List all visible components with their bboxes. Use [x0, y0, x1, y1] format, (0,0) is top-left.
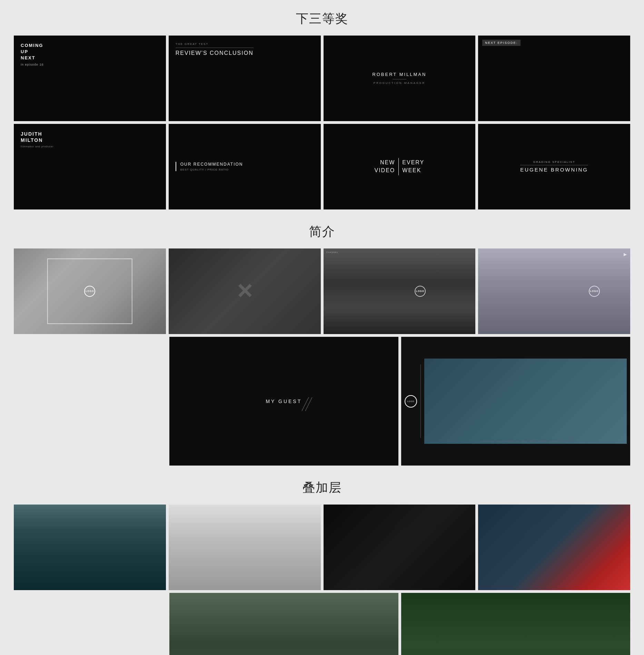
cliffs-card — [14, 505, 166, 590]
logo-circle: LOGO — [405, 395, 417, 408]
landscape2-logo: LOGO — [589, 286, 600, 297]
snow-card — [169, 505, 321, 590]
logo-circle-text: LOGO — [407, 400, 414, 402]
person-name: ROBERT MILLMAN — [372, 72, 426, 77]
intro-row2: MY GUEST LOGO SUBSCRIBE TO OUR CHANNEL A… — [169, 337, 630, 466]
myguest-card: MY GUEST — [169, 337, 398, 466]
turbines-card: LOGO — [14, 248, 166, 334]
logo-img-divider — [420, 364, 421, 438]
next-episode-card: NEXT EPISODE: — [478, 36, 630, 121]
lower-thirds-grid: COMINGUPNEXT in episode 16 THE GREAT TES… — [14, 36, 630, 209]
person-title: PRODUCTION MANAGER — [374, 81, 425, 85]
channel-overlay-text: CHANNEL — [326, 251, 339, 253]
review-subtitle: THE GREAT TEST — [176, 42, 254, 46]
recommendation-card: OUR RECOMMENDATION BEST QUALITY / PRICE … — [169, 124, 321, 209]
rec-subtitle: BEST QUALITY / PRICE RATIO — [180, 168, 243, 171]
coming-up-text: COMINGUPNEXT — [21, 42, 44, 61]
landscape1-logo-text: LOGO — [416, 290, 425, 292]
person-divider — [393, 79, 406, 79]
logo-img-card: LOGO SUBSCRIBE TO OUR CHANNEL AND ENJOY … — [401, 337, 630, 466]
next-episode-badge: NEXT EPISODE: — [482, 40, 521, 46]
intro-grid: LOGO CHANNEL LOGO ▶ LOGO MY GUEST — [14, 248, 630, 466]
myguest-text: MY GUEST — [266, 399, 302, 404]
rec-title: OUR RECOMMENDATION — [180, 162, 243, 167]
eugene-browning-card: GRADING SPECIALIST EUGENE BROWNING — [478, 124, 630, 209]
overlay-row2 — [169, 593, 630, 655]
section-title-intro: 简介 — [14, 223, 630, 240]
eugene-name: EUGENE BROWNING — [520, 167, 588, 173]
section-title-lower-thirds: 下三等奖 — [14, 10, 630, 27]
landscape1-card: CHANNEL LOGO — [324, 248, 476, 334]
svg-line-1 — [305, 397, 312, 411]
overlay-row1 — [14, 505, 630, 590]
coming-up-episode: in episode 16 — [21, 63, 44, 66]
judith-name: JUDITHMILTON — [21, 131, 54, 143]
landscape1-logo: LOGO — [415, 286, 426, 297]
arrow-icon: ▶ — [624, 252, 627, 257]
img-preview: SUBSCRIBE TO OUR CHANNEL AND ENJOY TONS … — [424, 359, 627, 444]
eugene-specialist: GRADING SPECIALIST — [520, 160, 588, 165]
newvideo-right: EVERYWEEK — [402, 159, 424, 174]
overlay-grid — [14, 505, 630, 655]
landscape2-card: ▶ LOGO — [478, 248, 630, 334]
forest-road-card — [401, 593, 630, 655]
mountain-road-card — [169, 593, 398, 655]
review-title: REVIEW'S CONCLUSION — [176, 48, 254, 56]
reviews-conclusion-card: THE GREAT TEST REVIEW'S CONCLUSION — [169, 36, 321, 121]
robert-millman-card: ROBERT MILLMAN PRODUCTION MANAGER — [324, 36, 476, 121]
dark-branches-card — [324, 505, 476, 590]
coming-up-card: COMINGUPNEXT in episode 16 — [14, 36, 166, 121]
new-video-card: NEWVIDEO EVERYWEEK — [324, 124, 476, 209]
intro-row1: LOGO CHANNEL LOGO ▶ LOGO — [14, 248, 630, 334]
svg-line-0 — [302, 397, 309, 411]
newvideo-left: NEWVIDEO — [375, 159, 395, 174]
landscape2-logo-text: LOGO — [590, 290, 599, 292]
x-pattern-card — [169, 248, 321, 334]
subscribe-text: SUBSCRIBE TO OUR CHANNEL AND ENJOY TONS … — [424, 440, 627, 442]
turbines-logo-badge: LOGO — [84, 286, 95, 297]
judith-milton-card: JUDITHMILTON filmmaker and producer — [14, 124, 166, 209]
newvideo-divider — [398, 158, 399, 175]
section-title-overlays: 叠加层 — [14, 479, 630, 496]
turbines-logo-text: LOGO — [86, 290, 94, 292]
woman-red-card — [478, 505, 630, 590]
judith-subtitle: filmmaker and producer — [21, 145, 54, 148]
